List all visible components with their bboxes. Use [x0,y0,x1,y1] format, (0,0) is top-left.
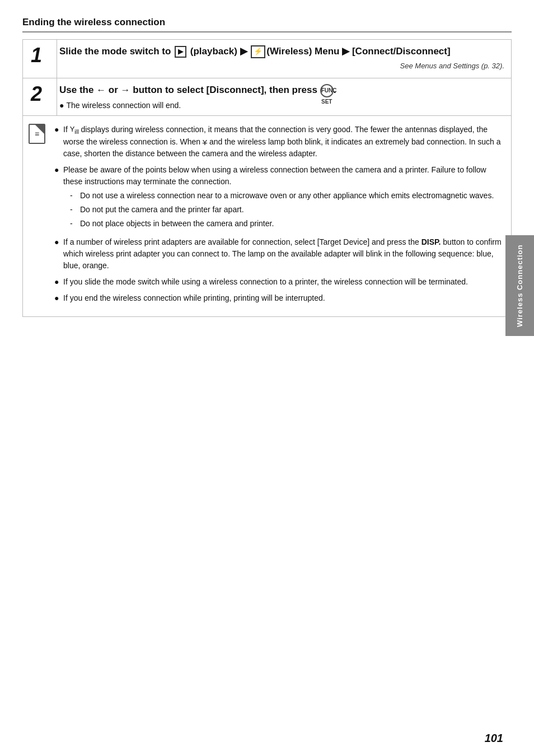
note-item-2: ● Please be aware of the points below wh… [54,164,503,232]
note-bullet-text-4: If you slide the mode switch while using… [63,276,503,288]
step-2-content: Use the ← or → button to select [Disconn… [57,78,511,115]
step-1-number: 1 [23,40,57,71]
note-sub-item-2-2: - Do not put the camera and the printer … [70,204,503,216]
note-sub-item-2-3: - Do not place objects in between the ca… [70,218,503,230]
step-2-heading: Use the ← or → button to select [Disconn… [59,84,504,97]
note-icon-container [29,124,49,144]
note-item-3: ● If a number of wireless print adapters… [54,236,503,272]
sub-text-2: Do not put the camera and the printer fa… [80,204,244,216]
note-bullet-text-5: If you end the wireless connection while… [63,292,503,304]
step-1-note: See Menus and Settings (p. 32). [59,62,504,70]
step-2-bullet: The wireless connection will end. [59,101,504,110]
note-bullet-dot-4: ● [54,276,63,288]
page-container: Ending the wireless connection 1 Slide t… [0,0,534,756]
note-bullet-dot-2: ● [54,164,63,176]
wifi-full-icon: Yill [70,124,79,136]
note-bullet-dot-3: ● [54,236,63,248]
note-bullet-text-1: If Yill displays during wireless connect… [63,124,503,160]
note-item-4: ● If you slide the mode switch while usi… [54,276,503,288]
sub-text-1: Do not use a wireless connection near to… [80,190,494,202]
note-icon [29,124,45,144]
note-sub-list-2: - Do not use a wireless connection near … [70,190,503,230]
note-item-1: ● If Yill displays during wireless conne… [54,124,503,160]
sub-dash-1: - [70,190,80,202]
note-bullet-dot-5: ● [54,292,63,304]
sub-dash-2: - [70,204,80,216]
page-title: Ending the wireless connection [22,17,512,32]
page-number: 101 [485,732,503,745]
wireless-menu-icon: ⚡ [251,45,265,58]
note-box: ● If Yill displays during wireless conne… [22,116,512,317]
step-2-number: 2 [23,78,57,110]
note-sub-item-2-1: - Do not use a wireless connection near … [70,190,503,202]
right-arrow-icon: → [121,85,130,95]
sidebar-label: Wireless Connection [505,235,534,336]
note-content: ● If Yill displays during wireless conne… [54,124,503,309]
note-bullet-text-3: If a number of wireless print adapters a… [63,236,503,272]
playback-icon: ▶ [175,46,186,58]
disp-label: DISP. [421,237,441,246]
step-2-block: 2 Use the ← or → button to select [Disco… [22,78,512,116]
note-icon-corner [35,125,44,134]
sub-text-3: Do not place objects in between the came… [80,218,274,230]
sub-dash-3: - [70,218,80,230]
wifi-low-icon: Y̶ [203,137,207,148]
note-bullet-text-2: Please be aware of the points below when… [63,164,503,232]
step-1-content: Slide the mode switch to ▶ (playback) ▶ … [57,40,511,78]
func-set-button-icon: FUNCSET [320,84,334,97]
note-bullet-dot-1: ● [54,124,63,136]
note-item-5: ● If you end the wireless connection whi… [54,292,503,304]
step-1-heading: Slide the mode switch to ▶ (playback) ▶ … [59,45,504,58]
step-1-block: 1 Slide the mode switch to ▶ (playback) … [22,39,512,78]
left-arrow-icon: ← [96,85,106,95]
